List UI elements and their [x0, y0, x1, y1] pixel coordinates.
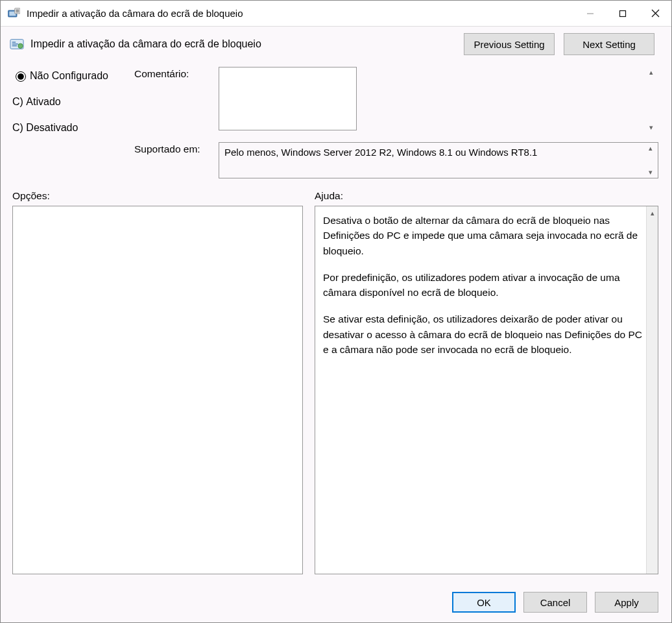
app-icon — [7, 7, 20, 20]
close-icon — [651, 9, 660, 18]
help-scrollbar[interactable]: ▴ — [646, 206, 658, 574]
apply-button[interactable]: Apply — [595, 592, 658, 613]
previous-setting-button[interactable]: Previous Setting — [464, 33, 555, 55]
minimize-icon — [586, 10, 594, 18]
state-radios: Não Configurado C) Ativado C) Desativado — [12, 67, 126, 178]
help-panel: Desativa o botão de alternar da câmara d… — [315, 206, 658, 574]
radio-disabled-label: Desativado — [26, 122, 78, 134]
comment-scrollbar[interactable]: ▴ ▾ — [645, 68, 657, 132]
next-setting-button[interactable]: Next Setting — [564, 33, 654, 55]
radio-disabled[interactable]: C) Desativado — [1, 122, 126, 134]
panels: Desativa o botão de alternar da câmara d… — [1, 206, 671, 582]
window-controls — [574, 1, 671, 27]
comment-row: Comentário: ▴ ▾ — [134, 67, 658, 133]
comment-label: Comentário: — [134, 67, 211, 80]
supported-box: Pelo menos, Windows Server 2012 R2, Wind… — [219, 142, 658, 178]
policy-header: Impedir a ativação da câmara do ecrã de … — [1, 27, 671, 55]
supported-row: Suportado em: Pelo menos, Windows Server… — [134, 142, 658, 178]
comment-textarea[interactable] — [219, 67, 357, 130]
svg-rect-9 — [12, 43, 18, 44]
policy-title: Impedir a ativação da câmara do ecrã de … — [30, 38, 464, 50]
close-button[interactable] — [639, 1, 671, 27]
radio-enabled-label: Ativado — [26, 96, 60, 108]
scroll-up-icon: ▴ — [645, 68, 657, 77]
footer: OK Cancel Apply — [1, 582, 671, 622]
scroll-up-icon: ▴ — [645, 144, 656, 153]
svg-rect-10 — [12, 45, 17, 46]
svg-rect-8 — [12, 42, 16, 42]
svg-point-11 — [18, 43, 23, 48]
comment-block: Comentário: ▴ ▾ Suportado em: Pelo menos… — [134, 67, 658, 178]
scroll-down-icon: ▾ — [645, 168, 656, 177]
supported-label: Suportado em: — [134, 142, 211, 155]
radio-enabled[interactable]: C) Ativado — [1, 96, 126, 108]
svg-rect-4 — [620, 10, 626, 16]
help-label: Ajuda: — [315, 190, 343, 202]
minimize-button[interactable] — [574, 1, 606, 27]
scroll-up-icon: ▴ — [647, 206, 658, 220]
window-title: Impedir a ativação da câmara do ecrã de … — [27, 8, 574, 19]
cancel-button[interactable]: Cancel — [523, 592, 587, 613]
help-paragraph: Desativa o botão de alternar da câmara d… — [323, 213, 649, 258]
policy-icon — [10, 37, 24, 51]
radio-not-configured[interactable]: Não Configurado — [12, 69, 126, 82]
options-panel — [12, 206, 303, 574]
nav-buttons: Previous Setting Next Setting — [464, 33, 654, 55]
dialog-window: Impedir a ativação da câmara do ecrã de … — [0, 0, 672, 623]
config-row: Não Configurado C) Ativado C) Desativado… — [1, 55, 671, 178]
maximize-button[interactable] — [606, 1, 639, 27]
supported-text: Pelo menos, Windows Server 2012 R2, Wind… — [224, 147, 653, 158]
radio-not-configured-label: Não Configurado — [30, 70, 108, 82]
panels-labels: Opções: Ajuda: — [1, 178, 671, 206]
help-paragraph: Por predefinição, os utilizadores podem … — [323, 270, 649, 300]
ok-button[interactable]: OK — [452, 592, 516, 613]
help-paragraph: Se ativar esta definição, os utilizadore… — [323, 312, 649, 357]
maximize-icon — [619, 10, 627, 18]
radio-not-configured-input[interactable] — [16, 71, 26, 82]
options-label: Opções: — [12, 190, 303, 202]
scroll-down-icon: ▾ — [645, 123, 657, 132]
titlebar: Impedir a ativação da câmara do ecrã de … — [1, 1, 671, 27]
supported-scrollbar[interactable]: ▴ ▾ — [645, 144, 656, 177]
